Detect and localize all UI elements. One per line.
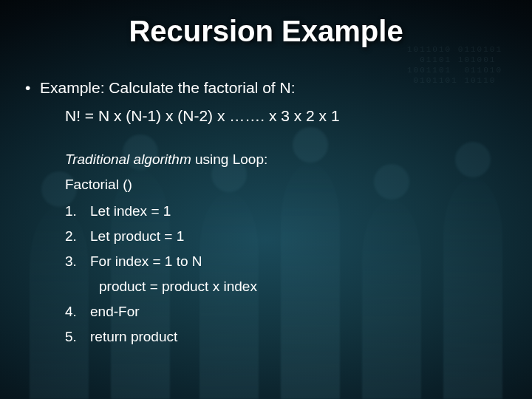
bullet-line: •Example: Calculate the factorial of N: — [25, 79, 507, 97]
bullet-text: Example: Calculate the factorial of N: — [40, 79, 296, 96]
steps-block-2: 4.end-For 5.return product — [65, 304, 507, 345]
step-line: 5.return product — [65, 329, 507, 345]
slide-content: Recursion Example •Example: Calculate th… — [0, 0, 532, 345]
step-text: end-For — [90, 304, 140, 319]
step-number: 5. — [65, 329, 90, 345]
step-line: 4.end-For — [65, 304, 507, 320]
step-text: Let index = 1 — [90, 203, 171, 219]
step-text: return product — [90, 329, 177, 344]
slide: 1011010 0110101 01101 101001 1001101 011… — [0, 0, 532, 399]
step-line: 2.Let product = 1 — [65, 228, 507, 245]
step-number: 4. — [65, 304, 90, 320]
steps-block-1: 1.Let index = 1 2.Let product = 1 3.For … — [65, 203, 507, 270]
step-number: 2. — [65, 228, 90, 245]
formula-line: N! = N x (N-1) x (N-2) x ……. x 3 x 2 x 1 — [65, 107, 507, 125]
bullet-dot-icon: • — [25, 79, 40, 97]
step-number: 3. — [65, 253, 90, 270]
subheading: Traditional algorithm using Loop: — [65, 151, 507, 168]
subheading-italic: Traditional algorithm — [65, 151, 191, 167]
slide-title: Recursion Example — [25, 15, 507, 48]
step-text: Let product = 1 — [90, 228, 184, 244]
step-line: 1.Let index = 1 — [65, 203, 507, 219]
function-name: Factorial () — [65, 177, 507, 193]
step-line: 3.For index = 1 to N — [65, 253, 507, 270]
subheading-rest: using Loop: — [191, 151, 268, 167]
step-number: 1. — [65, 203, 90, 219]
step-indented-line: product = product x index — [99, 279, 507, 295]
step-text: For index = 1 to N — [90, 253, 202, 269]
